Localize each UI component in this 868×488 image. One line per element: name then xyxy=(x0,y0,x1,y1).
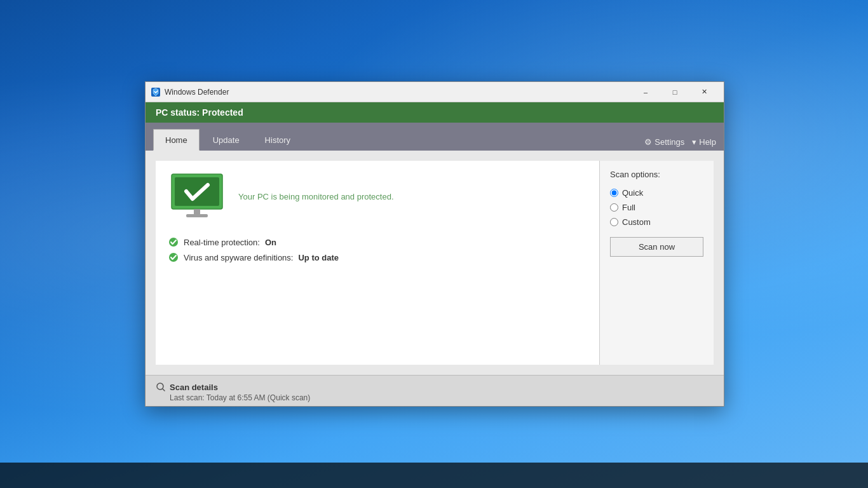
realtime-label: Real-time protection: xyxy=(184,238,260,247)
title-bar: Windows Defender – □ ✕ xyxy=(146,82,724,102)
radio-quick[interactable]: Quick xyxy=(610,188,703,198)
virus-definition-item: Virus and spyware definitions: Up to dat… xyxy=(168,252,587,262)
realtime-protection-item: Real-time protection: On xyxy=(168,237,587,247)
settings-label: Settings xyxy=(654,137,684,147)
windows-defender-window: Windows Defender – □ ✕ PC status: Protec… xyxy=(145,81,724,407)
radio-full-input[interactable] xyxy=(610,203,618,212)
settings-icon: ⚙ xyxy=(644,137,652,147)
radio-full[interactable]: Full xyxy=(610,203,703,212)
radio-full-label: Full xyxy=(622,203,635,212)
radio-custom-input[interactable] xyxy=(610,218,618,226)
radio-quick-input[interactable] xyxy=(610,189,618,197)
help-label: Help xyxy=(699,137,716,147)
left-panel: Your PC is being monitored and protected… xyxy=(156,161,599,365)
status-bar: PC status: Protected xyxy=(146,102,724,123)
bottom-bar: Scan details Last scan: Today at 6:55 AM… xyxy=(146,375,724,406)
nav-bar: Home Update History ⚙ Settings ▾ Help xyxy=(146,123,724,151)
tab-update[interactable]: Update xyxy=(201,129,252,151)
scan-now-button[interactable]: Scan now xyxy=(610,237,703,257)
nav-tabs: Home Update History xyxy=(153,129,302,151)
tab-home[interactable]: Home xyxy=(153,129,200,151)
status-row: Your PC is being monitored and protected… xyxy=(168,171,587,222)
help-arrow-icon: ▾ xyxy=(692,137,696,147)
nav-actions: ⚙ Settings ▾ Help xyxy=(644,137,716,151)
minimize-button[interactable]: – xyxy=(631,82,660,102)
settings-action[interactable]: ⚙ Settings xyxy=(644,137,684,147)
monitor-icon xyxy=(168,171,226,222)
svg-rect-4 xyxy=(186,214,208,217)
window-controls: – □ ✕ xyxy=(631,82,719,102)
status-text: PC status: Protected xyxy=(156,107,243,118)
app-icon xyxy=(151,87,161,97)
check-icon-realtime xyxy=(168,237,179,247)
last-scan-text: Last scan: Today at 6:55 AM (Quick scan) xyxy=(156,393,714,402)
content-area: Your PC is being monitored and protected… xyxy=(146,151,724,375)
scan-details-row: Scan details xyxy=(156,382,714,392)
scan-details-icon xyxy=(156,382,166,392)
radio-custom[interactable]: Custom xyxy=(610,217,703,227)
virus-value: Up to date xyxy=(298,253,339,262)
scan-options-label: Scan options: xyxy=(610,170,703,179)
main-content: Your PC is being monitored and protected… xyxy=(146,151,724,406)
radio-group: Quick Full Custom xyxy=(610,188,703,227)
status-message: Your PC is being monitored and protected… xyxy=(238,191,394,202)
svg-line-8 xyxy=(163,389,165,391)
check-icon-virus xyxy=(168,252,179,262)
help-action[interactable]: ▾ Help xyxy=(692,137,716,147)
close-button[interactable]: ✕ xyxy=(689,82,719,102)
svg-rect-3 xyxy=(194,209,200,214)
window-title: Windows Defender xyxy=(165,88,631,97)
maximize-button[interactable]: □ xyxy=(660,82,689,102)
status-message-text: Your PC is being monitored and protected… xyxy=(238,192,394,201)
scan-details-label: Scan details xyxy=(170,383,218,392)
radio-quick-label: Quick xyxy=(622,188,643,198)
tab-history[interactable]: History xyxy=(253,129,302,151)
radio-custom-label: Custom xyxy=(622,217,651,227)
realtime-value: On xyxy=(265,238,276,247)
virus-label: Virus and spyware definitions: xyxy=(184,253,293,262)
svg-rect-2 xyxy=(175,177,219,206)
right-panel: Scan options: Quick Full Custom S xyxy=(599,161,714,365)
taskbar xyxy=(0,463,868,488)
protection-items: Real-time protection: On Virus and spywa… xyxy=(168,232,587,262)
